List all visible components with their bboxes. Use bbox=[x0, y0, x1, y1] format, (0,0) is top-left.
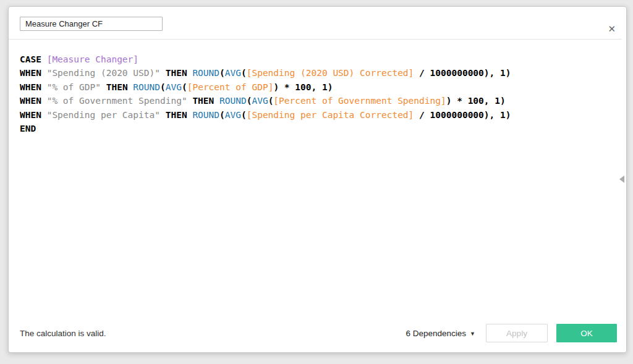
code-text bbox=[214, 96, 219, 106]
keyword-token: WHEN bbox=[20, 68, 41, 78]
keyword-token: THEN bbox=[166, 110, 187, 120]
code-text bbox=[41, 68, 47, 78]
code-text bbox=[41, 96, 47, 106]
keyword-token: WHEN bbox=[20, 110, 41, 120]
code-text: ( bbox=[182, 82, 187, 92]
function-token: ROUND bbox=[192, 68, 219, 78]
string-token: "Spending per Capita" bbox=[47, 110, 160, 120]
code-text bbox=[160, 68, 166, 78]
code-text: ) * 100, 1) bbox=[273, 82, 333, 92]
keyword-token: WHEN bbox=[20, 82, 41, 92]
keyword-token: THEN bbox=[192, 96, 214, 106]
close-icon[interactable]: ✕ bbox=[608, 24, 616, 33]
keyword-token: THEN bbox=[166, 68, 187, 78]
code-text bbox=[41, 82, 47, 92]
code-text: / 1000000000), 1) bbox=[414, 68, 511, 78]
code-text: ( bbox=[219, 68, 225, 78]
code-text: ( bbox=[241, 110, 247, 120]
code-text: ( bbox=[241, 68, 247, 78]
validation-status: The calculation is valid. bbox=[20, 329, 106, 338]
apply-button[interactable]: Apply bbox=[486, 324, 548, 342]
field-token: [Spending (2020 USD) Corrected] bbox=[247, 68, 414, 78]
keyword-token: THEN bbox=[106, 82, 128, 92]
code-line: WHEN "% of Government Spending" THEN ROU… bbox=[20, 94, 606, 108]
string-token: "% of GDP" bbox=[47, 82, 101, 92]
collapse-panel-arrow-icon[interactable] bbox=[619, 176, 624, 183]
keyword-token: WHEN bbox=[20, 96, 41, 106]
code-line: WHEN "Spending per Capita" THEN ROUND(AV… bbox=[20, 108, 606, 122]
code-line: CASE [Measure Changer] bbox=[20, 53, 606, 66]
code-line: WHEN "Spending (2020 USD)" THEN ROUND(AV… bbox=[20, 66, 606, 80]
dependencies-label: 6 Dependencies bbox=[406, 329, 467, 338]
formula-editor[interactable]: CASE [Measure Changer]WHEN "Spending (20… bbox=[9, 40, 618, 314]
code-text bbox=[160, 110, 166, 120]
calculation-name-input[interactable] bbox=[20, 17, 163, 31]
dependencies-dropdown[interactable]: 6 Dependencies ▼ bbox=[406, 329, 476, 338]
keyword-token: END bbox=[20, 124, 36, 133]
function-token: AVG bbox=[252, 96, 268, 106]
function-token: ROUND bbox=[219, 96, 247, 106]
code-text bbox=[41, 54, 47, 64]
code-text: ( bbox=[160, 82, 166, 92]
code-line: END bbox=[20, 122, 606, 135]
function-token: AVG bbox=[225, 110, 241, 120]
code-text bbox=[41, 110, 47, 120]
field-token: [Percent of GDP] bbox=[187, 82, 274, 92]
code-text bbox=[101, 82, 106, 92]
code-text: ( bbox=[219, 110, 225, 120]
code-text: ) * 100, 1) bbox=[446, 96, 506, 106]
field-token: [Percent of Government Spending] bbox=[273, 96, 446, 106]
keyword-token: CASE bbox=[20, 54, 41, 64]
code-text: / 1000000000), 1) bbox=[414, 110, 511, 120]
caret-down-icon: ▼ bbox=[470, 329, 475, 337]
code-line: WHEN "% of GDP" THEN ROUND(AVG([Percent … bbox=[20, 80, 606, 94]
string-token: "Spending (2020 USD)" bbox=[47, 68, 160, 78]
dialog-footer: The calculation is valid. 6 Dependencies… bbox=[9, 314, 626, 352]
function-token: ROUND bbox=[192, 110, 219, 120]
field-token: [Spending per Capita Corrected] bbox=[247, 110, 414, 120]
string-token: "% of Government Spending" bbox=[47, 96, 187, 106]
function-token: AVG bbox=[225, 68, 241, 78]
function-token: ROUND bbox=[133, 82, 160, 92]
ok-button[interactable]: OK bbox=[556, 324, 617, 342]
calculated-field-dialog: ✕ CASE [Measure Changer]WHEN "Spending (… bbox=[8, 6, 627, 353]
function-token: AVG bbox=[166, 82, 182, 92]
parameter-token: [Measure Changer] bbox=[47, 54, 138, 64]
